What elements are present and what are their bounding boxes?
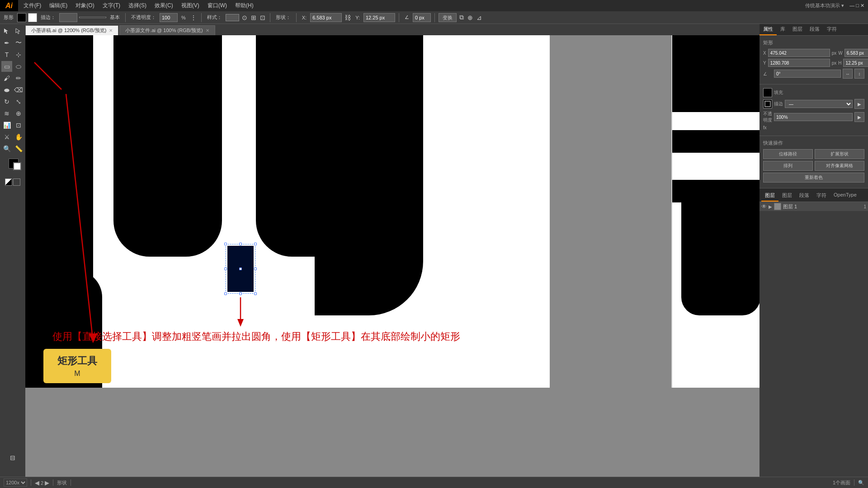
link-icon[interactable]: ⛓ bbox=[344, 14, 352, 21]
style-circle-icon[interactable]: ⊙ bbox=[241, 14, 248, 21]
x-input[interactable] bbox=[310, 13, 342, 22]
menu-view[interactable]: 视图(V) bbox=[178, 1, 203, 10]
menu-edit[interactable]: 编辑(E) bbox=[46, 1, 71, 10]
handle-tr[interactable] bbox=[254, 243, 257, 245]
menu-window[interactable]: 窗口(W) bbox=[204, 1, 231, 10]
y-value-input[interactable] bbox=[768, 59, 830, 67]
fill-panel-swatch[interactable] bbox=[763, 88, 772, 97]
panel-tab-para[interactable]: 段落 bbox=[806, 24, 823, 35]
handle-bm[interactable] bbox=[239, 292, 242, 295]
recolor-btn[interactable]: 重新着色 bbox=[763, 173, 864, 183]
prev-page-btn[interactable]: ◀ bbox=[35, 479, 39, 486]
layer-visibility-icon[interactable]: 👁 bbox=[761, 203, 767, 210]
panel-tab-layers[interactable]: 图层 bbox=[789, 24, 806, 35]
lower-tab-opentype[interactable]: OpenType bbox=[830, 190, 860, 202]
angle-panel-input[interactable] bbox=[774, 70, 841, 78]
panel-tab-char[interactable]: 字符 bbox=[823, 24, 840, 35]
tab-1[interactable]: 小墨源文件.ai @ 100% (RGB/预览) ✕ bbox=[119, 25, 215, 35]
artboard-tool[interactable]: ⊡ bbox=[13, 120, 24, 131]
transform2-icon[interactable]: ⧉ bbox=[458, 14, 465, 21]
erase-tool[interactable]: ⌫ bbox=[13, 84, 24, 95]
blob-tool[interactable]: ⬬ bbox=[1, 84, 12, 95]
stroke-color-swatch[interactable] bbox=[13, 162, 21, 170]
handle-mm[interactable] bbox=[239, 267, 242, 270]
style-swatch[interactable] bbox=[226, 14, 239, 21]
lower-tab-char[interactable]: 字符 bbox=[813, 190, 830, 202]
tab-0[interactable]: 小墨讲稿.ai @ 1200% (RGB/预览) ✕ bbox=[25, 25, 118, 35]
align-icon[interactable]: ⊞ bbox=[250, 14, 257, 21]
window-controls[interactable]: — □ ✕ bbox=[849, 3, 864, 9]
layer-row-1[interactable]: 👁 ▶ 图层 1 1 bbox=[760, 202, 868, 211]
transform4-icon[interactable]: ⊿ bbox=[476, 14, 483, 21]
pencil-tool[interactable]: ✏ bbox=[13, 73, 24, 84]
search-btn[interactable]: 🔍 bbox=[858, 480, 864, 486]
text-tool[interactable]: T bbox=[1, 49, 12, 60]
offset-path-btn[interactable]: 位移路径 bbox=[763, 149, 813, 159]
expand-shape-btn[interactable]: 扩展形状 bbox=[815, 149, 864, 159]
rotate-tool[interactable]: ↻ bbox=[1, 96, 12, 107]
slice-tool[interactable]: ⚔ bbox=[1, 131, 12, 142]
direct-select-tool[interactable] bbox=[13, 26, 24, 37]
curvature-tool[interactable]: 〜 bbox=[13, 38, 24, 48]
tab-0-close[interactable]: ✕ bbox=[109, 28, 113, 33]
handle-tm[interactable] bbox=[239, 243, 242, 245]
screen-mode-btn[interactable]: ⊟ bbox=[3, 452, 23, 463]
grid-icon[interactable]: ⊡ bbox=[259, 14, 266, 21]
tab-1-close[interactable]: ✕ bbox=[206, 28, 209, 33]
handle-tl[interactable] bbox=[224, 243, 227, 245]
h-value-input[interactable] bbox=[843, 59, 868, 67]
stroke-input[interactable] bbox=[59, 13, 77, 22]
select-tool[interactable] bbox=[1, 26, 12, 37]
transform3-icon[interactable]: ⊕ bbox=[467, 14, 474, 21]
stroke-panel-swatch[interactable] bbox=[763, 99, 772, 108]
handle-ml[interactable] bbox=[224, 267, 227, 270]
y-input[interactable] bbox=[363, 13, 395, 22]
stroke-expand-btn[interactable]: ▶ bbox=[854, 99, 864, 109]
fill-swatch[interactable] bbox=[17, 13, 26, 22]
opacity-input[interactable] bbox=[160, 13, 178, 22]
lower-tab-segments[interactable]: 段落 bbox=[796, 190, 813, 202]
opacity-panel-input[interactable] bbox=[774, 113, 853, 121]
no-color-btn[interactable] bbox=[13, 178, 20, 186]
panel-tab-properties[interactable]: 属性 bbox=[760, 24, 777, 35]
flip-h-btn[interactable]: ↔ bbox=[843, 69, 853, 79]
handle-mr[interactable] bbox=[254, 267, 257, 270]
stroke-swatch[interactable] bbox=[28, 13, 37, 22]
pen-tool[interactable]: ✒ bbox=[1, 38, 12, 48]
pixel-align-btn[interactable]: 对齐像素网格 bbox=[815, 161, 864, 171]
opacity-expand-btn[interactable]: ▶ bbox=[854, 112, 864, 122]
lower-tab-artboard[interactable]: 图层 bbox=[778, 190, 796, 202]
layer-expand-icon[interactable]: ▶ bbox=[769, 204, 772, 209]
next-page-btn[interactable]: ▶ bbox=[45, 479, 49, 486]
selected-rect-wrapper[interactable] bbox=[226, 244, 255, 294]
layer-name[interactable]: 图层 1 bbox=[783, 203, 862, 210]
opacity-icon[interactable]: ⋮ bbox=[189, 14, 198, 21]
panel-tab-library[interactable]: 库 bbox=[777, 24, 789, 35]
measure-tool[interactable]: 📏 bbox=[13, 143, 24, 154]
touch-tool[interactable]: ⊹ bbox=[13, 49, 24, 60]
handle-br[interactable] bbox=[254, 292, 257, 295]
menu-effect[interactable]: 效果(C) bbox=[151, 1, 177, 10]
ellipse-tool[interactable]: ⬭ bbox=[13, 61, 24, 72]
handle-bl[interactable] bbox=[224, 292, 227, 295]
angle-input[interactable] bbox=[413, 13, 431, 22]
swap-colors-btn[interactable] bbox=[5, 178, 12, 186]
x-value-input[interactable] bbox=[768, 49, 830, 57]
stroke-select[interactable]: — bbox=[785, 100, 853, 108]
column-graph-tool[interactable]: 📊 bbox=[1, 120, 12, 131]
arrange-btn[interactable]: 排列 bbox=[763, 161, 813, 171]
zoom-select[interactable]: 1200x bbox=[4, 479, 27, 487]
menu-help[interactable]: 帮助(H) bbox=[231, 1, 257, 10]
transform-btn[interactable]: 变换 bbox=[439, 13, 457, 22]
w-value-input[interactable] bbox=[844, 49, 868, 57]
hand-tool[interactable]: ✋ bbox=[13, 131, 24, 142]
menu-text[interactable]: 文字(T) bbox=[99, 1, 124, 10]
menu-file[interactable]: 文件(F) bbox=[20, 1, 45, 10]
canvas-area[interactable]: 使用【直接选择工具】调整加粗竖笔画并拉出圆角，使用【矩形工具】在其底部绘制小的矩… bbox=[25, 35, 760, 477]
scale-tool[interactable]: ⤡ bbox=[13, 96, 24, 107]
flip-v-btn[interactable]: ↕ bbox=[854, 69, 864, 79]
warp-tool[interactable]: ≋ bbox=[1, 108, 12, 119]
menu-object[interactable]: 对象(O) bbox=[72, 1, 98, 10]
puppet-tool[interactable]: ⊕ bbox=[13, 108, 24, 119]
lower-tab-layers[interactable]: 图层 bbox=[761, 190, 778, 202]
